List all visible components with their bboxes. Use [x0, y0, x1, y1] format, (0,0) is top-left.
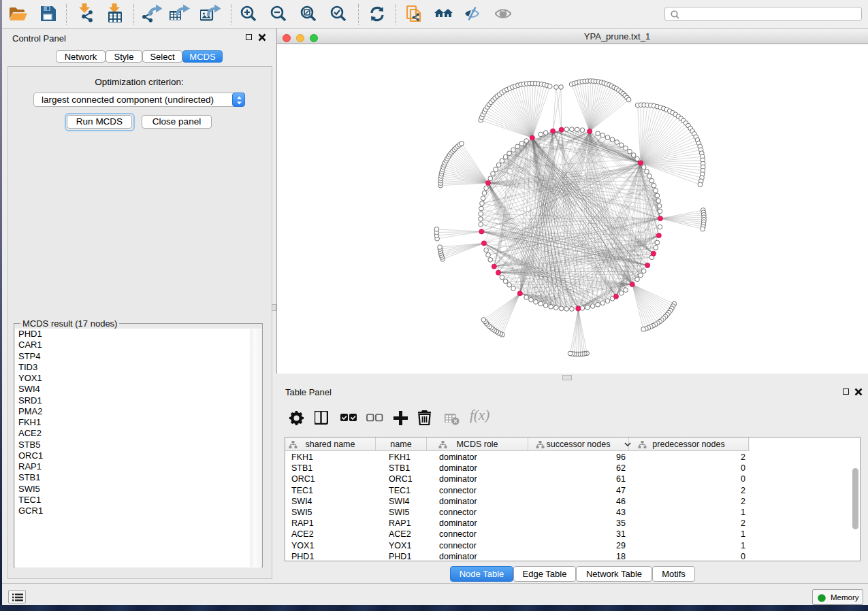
svg-text:f(x): f(x) [470, 408, 489, 423]
